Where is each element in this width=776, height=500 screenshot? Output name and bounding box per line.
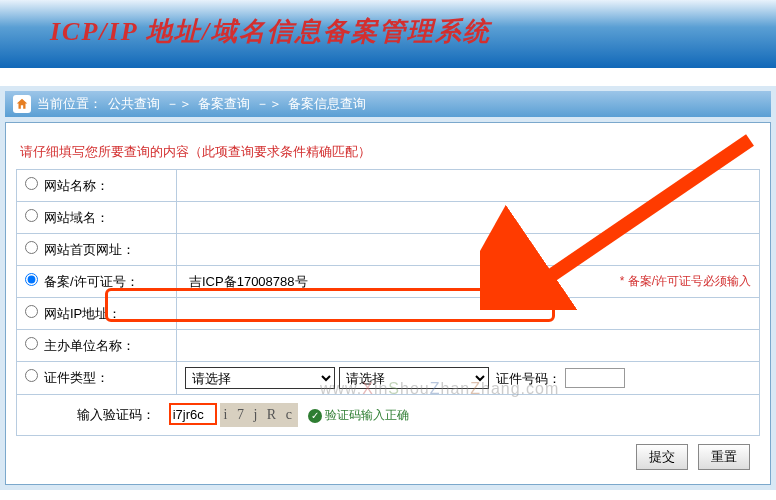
label-captcha: 输入验证码： <box>25 406 165 424</box>
label-sponsor: 主办单位名称： <box>44 338 135 353</box>
breadcrumb-label: 当前位置： <box>37 95 102 113</box>
breadcrumb-p1[interactable]: 公共查询 <box>108 95 160 113</box>
page-header: ICP/IP 地址/域名信息备案管理系统 <box>0 0 776 68</box>
breadcrumb-p2[interactable]: 备案查询 <box>198 95 250 113</box>
cell-ip-addr[interactable] <box>177 298 760 330</box>
radio-site-name[interactable] <box>25 177 38 190</box>
row-sponsor: 主办单位名称： <box>17 330 760 362</box>
required-note: * 备案/许可证号必须输入 <box>612 273 751 290</box>
captcha-image[interactable]: i 7 j R c <box>220 403 298 427</box>
breadcrumb: 当前位置： 公共查询 －＞ 备案查询 －＞ 备案信息查询 <box>5 91 771 117</box>
query-form: 请仔细填写您所要查询的内容（此项查询要求条件精确匹配） 网站名称： 网站域名： … <box>5 122 771 485</box>
radio-site-domain[interactable] <box>25 209 38 222</box>
radio-ip-addr[interactable] <box>25 305 38 318</box>
input-cert-no[interactable] <box>565 368 625 388</box>
reset-button[interactable]: 重置 <box>698 444 750 470</box>
home-icon <box>13 95 31 113</box>
row-site-name: 网站名称： <box>17 170 760 202</box>
breadcrumb-sep1: －＞ <box>166 95 192 113</box>
row-site-home: 网站首页网址： <box>17 234 760 266</box>
breadcrumb-p3: 备案信息查询 <box>288 95 366 113</box>
radio-license-no[interactable] <box>25 273 38 286</box>
label-site-domain: 网站域名： <box>44 210 109 225</box>
system-title: ICP/IP 地址/域名信息备案管理系统 <box>50 14 776 49</box>
row-captcha: 输入验证码： i 7 j R c ✓验证码输入正确 <box>17 395 760 436</box>
label-ip-addr: 网站IP地址： <box>44 306 121 321</box>
row-cert-type: 证件类型： 请选择 请选择 证件号码： <box>17 362 760 395</box>
input-captcha[interactable] <box>169 403 217 425</box>
radio-site-home[interactable] <box>25 241 38 254</box>
form-table: 网站名称： 网站域名： 网站首页网址： 备案/许可证号： 吉ICP备170087… <box>16 169 760 436</box>
label-cert-type: 证件类型： <box>44 370 109 385</box>
check-icon: ✓ <box>308 409 322 423</box>
cell-sponsor[interactable] <box>177 330 760 362</box>
label-license-no: 备案/许可证号： <box>44 274 139 289</box>
breadcrumb-sep2: －＞ <box>256 95 282 113</box>
label-site-home: 网站首页网址： <box>44 242 135 257</box>
row-site-domain: 网站域名： <box>17 202 760 234</box>
radio-cert-type[interactable] <box>25 369 38 382</box>
label-site-name: 网站名称： <box>44 178 109 193</box>
select-cert-type-2[interactable]: 请选择 <box>339 367 489 389</box>
label-cert-no: 证件号码： <box>496 371 561 386</box>
content-area: 当前位置： 公共查询 －＞ 备案查询 －＞ 备案信息查询 请仔细填写您所要查询的… <box>0 86 776 490</box>
cell-site-home[interactable] <box>177 234 760 266</box>
cell-site-domain[interactable] <box>177 202 760 234</box>
radio-sponsor[interactable] <box>25 337 38 350</box>
select-cert-type-1[interactable]: 请选择 <box>185 367 335 389</box>
button-row: 提交 重置 <box>16 436 760 474</box>
row-license-no: 备案/许可证号： 吉ICP备17008788号 * 备案/许可证号必须输入 <box>17 266 760 298</box>
cell-site-name[interactable] <box>177 170 760 202</box>
captcha-ok: ✓验证码输入正确 <box>308 408 409 422</box>
value-license-no[interactable]: 吉ICP备17008788号 <box>185 274 308 289</box>
instruction-text: 请仔细填写您所要查询的内容（此项查询要求条件精确匹配） <box>16 143 760 161</box>
submit-button[interactable]: 提交 <box>636 444 688 470</box>
row-ip-addr: 网站IP地址： <box>17 298 760 330</box>
